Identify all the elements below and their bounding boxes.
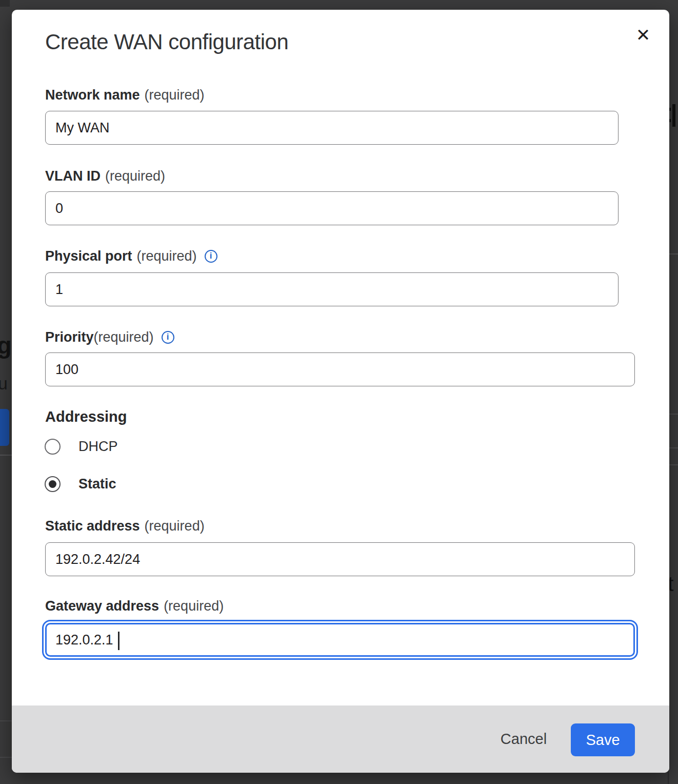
required-hint: (required)	[105, 167, 165, 185]
backdrop-text-fragment: g	[0, 331, 12, 359]
priority-label: Priority (required) i	[45, 328, 174, 346]
network-name-label: Network name (required)	[45, 86, 205, 104]
backdrop-button-fragment	[0, 409, 9, 446]
required-hint: (required)	[164, 597, 224, 615]
radio-label: DHCP	[78, 439, 118, 455]
gateway-address-label-text: Gateway address	[45, 597, 159, 615]
required-hint: (required)	[137, 247, 197, 265]
required-hint: (required)	[145, 517, 205, 535]
backdrop-divider	[0, 757, 12, 758]
modal-title: Create WAN configuration	[45, 29, 288, 55]
backdrop-divider	[0, 720, 12, 721]
backdrop-corner	[0, 0, 10, 7]
vlan-id-label: VLAN ID (required)	[45, 167, 165, 185]
backdrop-divider	[669, 414, 678, 415]
physical-port-input[interactable]	[45, 272, 619, 306]
physical-port-label: Physical port (required) i	[45, 247, 217, 265]
required-hint: (required)	[94, 328, 154, 346]
static-address-label: Static address (required)	[45, 517, 205, 535]
backdrop-divider	[669, 464, 678, 465]
network-name-label-text: Network name	[45, 86, 140, 104]
info-icon[interactable]: i	[162, 331, 174, 344]
priority-input[interactable]	[45, 352, 635, 386]
static-address-input[interactable]	[45, 542, 635, 576]
text-cursor	[118, 632, 119, 650]
radio-unselected-icon[interactable]	[45, 439, 61, 455]
backdrop-divider	[0, 455, 12, 456]
close-icon[interactable]: ✕	[631, 23, 655, 47]
radio-selected-icon[interactable]	[45, 476, 61, 492]
backdrop-glyph-fragment	[672, 104, 675, 127]
vlan-id-label-text: VLAN ID	[45, 167, 101, 185]
backdrop-text-fragment: u	[0, 374, 8, 394]
vlan-id-input[interactable]	[45, 191, 619, 225]
addressing-heading: Addressing	[45, 408, 127, 425]
cancel-button[interactable]: Cancel	[488, 722, 560, 756]
addressing-option-static[interactable]: Static	[45, 476, 116, 492]
priority-label-text: Priority	[45, 328, 94, 346]
gateway-address-label: Gateway address (required)	[45, 597, 224, 615]
static-address-label-text: Static address	[45, 517, 140, 535]
backdrop-divider	[669, 447, 678, 448]
gateway-address-input[interactable]	[45, 623, 635, 657]
network-name-input[interactable]	[45, 111, 619, 145]
create-wan-modal: Create WAN configuration ✕ Network name …	[12, 10, 669, 773]
backdrop-divider	[669, 253, 678, 254]
addressing-option-dhcp[interactable]: DHCP	[45, 439, 118, 455]
info-icon[interactable]: i	[205, 250, 217, 263]
physical-port-label-text: Physical port	[45, 247, 132, 265]
modal-footer: Cancel Save	[12, 705, 669, 773]
save-button[interactable]: Save	[571, 723, 635, 756]
required-hint: (required)	[145, 86, 205, 104]
radio-label: Static	[78, 476, 116, 492]
